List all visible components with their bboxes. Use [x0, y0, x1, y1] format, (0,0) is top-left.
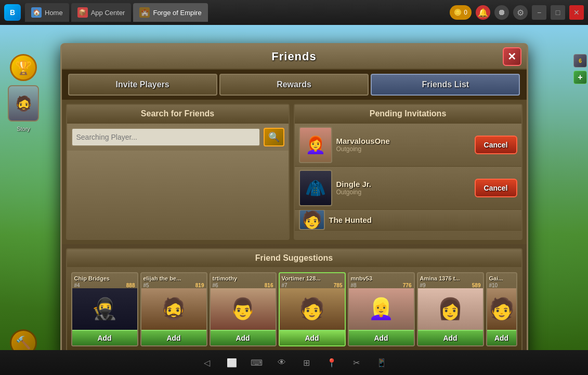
search-button[interactable]: 🔍 — [264, 128, 284, 146]
pending-avatar-2: 🧑 — [299, 210, 325, 231]
add-btn-6[interactable]: Add — [487, 330, 516, 345]
gold-amount: 0 — [464, 9, 467, 16]
card-score-1: 819 — [195, 283, 204, 288]
card-rank-1: #5 — [143, 283, 149, 288]
tab-invite-players[interactable]: Invite Players — [68, 74, 217, 96]
bluestacks-logo: B — [4, 4, 21, 21]
card-rank-2: #6 — [213, 283, 218, 288]
card-rank-6: #10 — [489, 283, 498, 288]
home-bottom-icon[interactable]: ⬜ — [225, 355, 239, 370]
pending-item-2: 🧑 The Hunted — [295, 210, 521, 231]
grid-icon[interactable]: ⊞ — [299, 355, 314, 370]
topbar-right: 🪙 0 🔔 ⏺ ⚙ − □ ✕ — [450, 5, 584, 20]
friends-dialog: Friends ✕ Invite Players Rewards Friends… — [60, 43, 528, 357]
card-meta-4: #8 776 — [349, 283, 414, 288]
tab-foe[interactable]: 🏰 Forge of Empire — [133, 3, 207, 22]
search-header: Search for Friends — [67, 105, 289, 124]
suggestion-card-4: mnbv53 #8 776 👱‍♀️ Add — [348, 272, 415, 346]
avatar-hood-icon: 🧥 — [305, 178, 326, 198]
suggestion-card-6: Gai... #10 🧑 Add — [486, 272, 517, 346]
card-name-3: Vortimer 128... — [282, 275, 321, 282]
avatar-chip-icon: 🥷 — [92, 297, 117, 321]
card-name-5: Amina 1376 t... — [420, 275, 460, 282]
card-avatar-0: 🥷 — [72, 288, 137, 330]
search-input-row: 🔍 — [67, 124, 289, 151]
suggestion-card-3: Vortimer 128... #7 785 🧑 Add — [279, 272, 346, 346]
card-name-4: mnbv53 — [351, 275, 373, 282]
minimize-btn[interactable]: − — [532, 5, 546, 20]
maximize-icon: □ — [556, 8, 560, 17]
card-rank-0: #4 — [74, 283, 80, 288]
card-avatar-4: 👱‍♀️ — [349, 288, 414, 330]
card-rank-5: #9 — [420, 283, 426, 288]
search-icon: 🔍 — [268, 131, 280, 143]
avatar-partial-icon: 🧑 — [302, 210, 322, 230]
tab-appcenter-label: App Center — [91, 9, 125, 17]
card-rank-3: #7 — [282, 283, 288, 288]
gold-coins: 🪙 0 — [450, 5, 472, 20]
add-btn-1[interactable]: Add — [141, 330, 206, 345]
card-avatar-1: 🧔 — [141, 288, 206, 330]
bottom-bar: ◁ ⬜ ⌨ 👁 ⊞ 📍 ✂ 📱 — [0, 350, 588, 375]
maximize-btn[interactable]: □ — [551, 5, 565, 20]
tab-friends-list[interactable]: Friends List — [371, 74, 520, 96]
avatar-elijah-icon: 🧔 — [161, 297, 187, 321]
window-close-btn[interactable]: ✕ — [569, 5, 584, 20]
pending-avatar-0: 👩‍🦰 — [299, 127, 332, 163]
suggestion-card-5: Amina 1376 t... #9 589 👩 Add — [417, 272, 484, 346]
card-avatar-2: 👨 — [211, 288, 276, 330]
tab-rewards[interactable]: Rewards — [219, 74, 369, 96]
record-btn[interactable]: ⏺ — [494, 5, 509, 20]
pending-item-0: 👩‍🦰 MarvalousOne Outgoing Cancel — [295, 124, 521, 167]
pending-item-1: 🧥 Dingle Jr. Outgoing Cancel — [295, 167, 521, 210]
avatar-gai-icon: 🧑 — [489, 297, 515, 321]
card-top-2: trtimothy — [211, 273, 276, 283]
suggestions-section: Friend Suggestions Chip Bridges #4 888 🥷 — [62, 248, 527, 356]
avatar-amina-icon: 👩 — [437, 297, 463, 321]
card-meta-2: #6 816 — [211, 283, 276, 288]
card-meta-1: #5 819 — [141, 283, 206, 288]
close-dialog-btn[interactable]: ✕ — [503, 47, 521, 66]
pending-info-1: Dingle Jr. Outgoing — [336, 180, 471, 196]
back-icon[interactable]: ◁ — [200, 355, 214, 370]
card-top-0: Chip Bridges — [72, 273, 137, 283]
phone-icon[interactable]: 📱 — [374, 355, 389, 370]
card-meta-5: #9 589 — [418, 283, 483, 288]
cancel-btn-1[interactable]: Cancel — [475, 179, 517, 197]
add-btn-2[interactable]: Add — [211, 330, 276, 345]
tab-foe-label: Forge of Empire — [153, 9, 201, 17]
card-meta-3: #7 785 — [280, 283, 345, 288]
minimize-icon: − — [537, 8, 541, 17]
keyboard-icon[interactable]: ⌨ — [250, 355, 264, 370]
eye-icon[interactable]: 👁 — [275, 355, 289, 370]
card-name-1: elijah the be... — [143, 275, 181, 282]
suggestion-card-1: elijah the be... #5 819 🧔 Add — [140, 272, 207, 346]
notification-btn[interactable]: 🔔 — [476, 5, 490, 20]
add-btn-5[interactable]: Add — [418, 330, 483, 345]
add-btn-0[interactable]: Add — [72, 330, 137, 345]
search-panel: Search for Friends 🔍 — [66, 104, 290, 240]
pending-status-0: Outgoing — [336, 145, 471, 153]
location-icon[interactable]: 📍 — [324, 355, 339, 370]
search-results-area — [67, 151, 289, 239]
scissors-icon[interactable]: ✂ — [349, 355, 364, 370]
tab-friends-list-label: Friends List — [422, 80, 469, 89]
appcenter-icon: 📦 — [77, 7, 88, 18]
add-btn-3[interactable]: Add — [280, 330, 345, 345]
suggestions-list: Chip Bridges #4 888 🥷 Add — [66, 268, 522, 352]
topbar: B 🏠 Home 📦 App Center 🏰 Forge of Empire … — [0, 0, 588, 25]
card-avatar-3: 🧑 — [280, 288, 345, 330]
card-avatar-5: 👩 — [418, 288, 483, 330]
card-score-4: 776 — [403, 283, 412, 288]
add-btn-4[interactable]: Add — [349, 330, 414, 345]
cancel-btn-0[interactable]: Cancel — [475, 136, 517, 154]
tab-invite-label: Invite Players — [116, 80, 169, 89]
search-input[interactable] — [71, 128, 260, 146]
card-score-3: 785 — [334, 283, 343, 288]
settings-btn[interactable]: ⚙ — [513, 5, 528, 20]
card-meta-6: #10 — [487, 283, 516, 288]
card-score-2: 816 — [265, 283, 273, 288]
tab-home[interactable]: 🏠 Home — [25, 3, 69, 22]
pending-info-2: The Hunted — [329, 216, 517, 224]
tab-appcenter[interactable]: 📦 App Center — [71, 3, 132, 22]
